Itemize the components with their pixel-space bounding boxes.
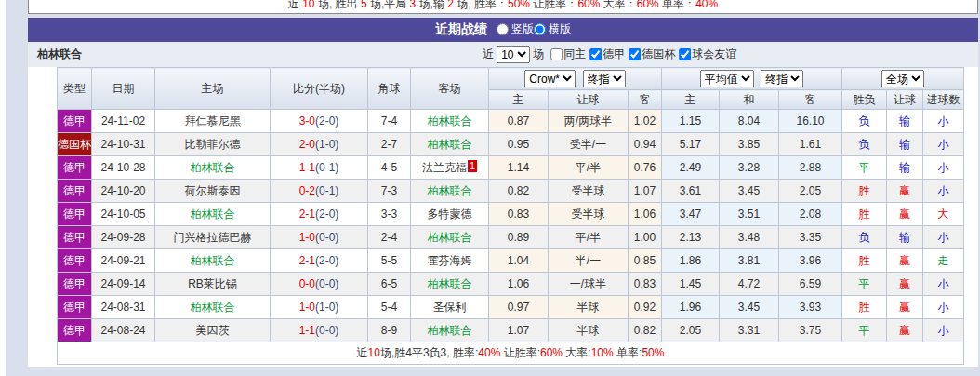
section-title-bar: 近期战绩 竖版横版 [28,18,978,42]
home-cell: 门兴格拉德巴赫 [155,226,271,249]
home-team: RB莱比锡 [188,277,237,290]
halftime-score: (0-1) [315,161,338,174]
sub-header-avg-away: 客 [779,90,842,110]
filter-checkbox-bundesliga[interactable]: 德甲 [586,47,625,62]
home-cell: 柏林联合 [155,156,271,180]
avg-home-odds: 1.96 [662,296,720,319]
layout-radio-group: 竖版横版 [497,21,571,38]
wdl-result: 胜 [842,180,887,203]
halftime-score: (0-0) [315,277,338,290]
summary-segment: 场,胜4平3负3, 胜率: [380,346,478,359]
col-header-score: 比分(半场) [271,68,368,110]
summary-segment: 2 [447,0,454,10]
layout-radio-vertical[interactable]: 竖版 [497,21,534,37]
crow-away-odds: 0.76 [629,156,662,180]
score-cell: 1-0(0-0) [271,226,368,249]
avg-stage-select[interactable]: 终指 [761,70,803,87]
avg-source-select[interactable]: 平均值 [700,70,754,87]
summary-segment: 场,输 [416,0,447,10]
filter-checkbox-input-club-friendly[interactable] [679,48,691,60]
match-count-suffix: 场 [533,47,544,62]
goals-result: 小 [923,180,964,203]
corner-cell: 8-9 [368,319,411,342]
league-cell: 德甲 [58,110,92,133]
summary-segment: 单率: [614,346,642,359]
handicap-line: 两/两球半 [549,110,629,133]
avg-away-odds: 3.35 [779,226,842,249]
overall-summary-text: 近 10 场, 胜出 5 场,平局 3 场,输 2 场, 胜率：50% 让胜率：… [29,0,977,12]
wdl-result: 胜 [842,203,887,226]
league-cell: 德甲 [58,319,92,342]
layout-radio-input-horizontal[interactable] [534,23,546,35]
score-cell: 1-1(0-0) [271,319,368,342]
handicap-result: 赢 [887,296,923,319]
goals-result: 小 [923,296,964,319]
filter-checkbox-same-home[interactable]: 同主 [547,47,586,62]
col-header-corner: 角球 [368,68,411,110]
home-team: 比勒菲尔德 [185,138,241,151]
home-team: 荷尔斯泰因 [185,184,241,197]
filter-controls: 近 10 场 同主德甲德国杯球会友谊 [483,46,736,63]
filter-checkbox-input-same-home[interactable] [550,48,563,60]
crow-away-odds: 1.02 [629,110,662,133]
match-row: 德国杯24-10-31比勒菲尔德2-0(1-0)2-7柏林联合0.95受半/一0… [58,133,964,156]
recent-summary-text: 近10场,胜4平3负3, 胜率:40% 让胜率:60% 大率:10% 单率:50… [58,342,964,365]
fulltime-score: 0-2 [299,184,315,197]
fulltime-score: 1-1 [299,161,315,174]
sub-header-wdl: 胜负 [842,90,887,110]
summary-segment: 40% [695,0,718,10]
date-cell: 24-10-20 [92,180,155,203]
fulltime-score: 2-1 [299,208,315,221]
home-cell: 柏林联合 [155,296,271,319]
summary-segment: 50% [508,0,530,10]
odds-source-select[interactable]: Crow* [524,70,576,87]
handicap-result: 赢 [887,180,923,203]
avg-away-odds: 2.05 [779,180,842,203]
corner-cell: 5-4 [368,296,411,319]
avg-away-odds: 2.88 [779,156,842,180]
halftime-score: (0-0) [315,231,338,244]
goals-result: 小 [923,273,964,296]
handicap-line: 半球 [549,319,629,342]
handicap-line: 半球 [549,296,629,319]
wdl-result: 胜 [842,249,887,273]
filter-checkbox-text: 德国杯 [642,47,675,62]
odds-stage-select[interactable]: 终指 [583,70,626,87]
avg-draw-odds: 3.48 [720,226,779,249]
overall-summary-bar: 近 10 场, 胜出 5 场,平局 3 场,输 2 场, 胜率：50% 让胜率：… [28,0,978,14]
home-team: 柏林联合 [191,208,235,221]
home-team: 柏林联合 [191,301,235,314]
wdl-result: 平 [842,319,887,342]
filter-checkbox-dfb-pokal[interactable]: 德国杯 [625,47,675,62]
layout-radio-horizontal[interactable]: 横版 [534,21,571,37]
league-cell: 德甲 [58,203,92,226]
corner-cell: 6-5 [368,273,411,296]
filter-checkbox-input-dfb-pokal[interactable] [629,48,641,60]
goals-result: 大 [923,203,964,226]
summary-segment: 10 [368,346,380,359]
handicap-line: 受半/一 [549,133,629,156]
handicap-line: 平/半 [549,226,629,249]
scope-select[interactable]: 全场 [881,70,924,87]
summary-segment: 让胜率: [500,346,540,359]
crow-away-odds: 0.92 [629,296,662,319]
handicap-result: 输 [887,133,923,156]
halftime-score: (0-0) [315,324,338,337]
match-count-select[interactable]: 10 [497,46,530,63]
sub-header-handicap: 让球 [549,90,629,110]
avg-home-odds: 3.47 [662,203,720,226]
filter-checkbox-input-bundesliga[interactable] [589,48,602,60]
halftime-score: (2-0) [315,254,338,267]
corner-cell: 3-3 [368,203,411,226]
filter-checkbox-club-friendly[interactable]: 球会友谊 [675,47,736,62]
away-team: 柏林联合 [428,138,472,151]
layout-radio-input-vertical[interactable] [497,23,509,35]
halftime-score: (2-0) [315,114,338,128]
score-cell: 0-0(0-0) [271,273,368,296]
avg-draw-odds: 3.45 [720,180,779,203]
fulltime-score: 0-0 [299,277,315,290]
away-team: 法兰克福 [422,161,467,174]
avg-draw-odds: 3.45 [720,296,779,319]
col-header-home: 主场 [155,68,271,110]
summary-segment: 单率： [659,0,695,10]
